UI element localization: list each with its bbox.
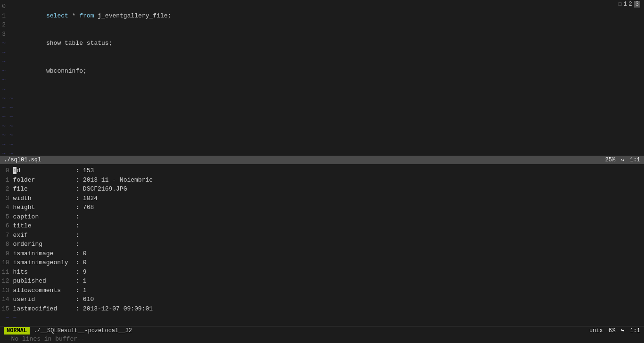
kw-show: show table status; [46,40,112,47]
res-tilde-1: ~ [13,313,644,323]
tilde-4: ~ [9,122,644,131]
rln-0: 0 [2,166,9,176]
line-num-0: 0 [2,2,6,11]
mode-path: ./ [33,327,40,334]
rln-13: 13 [2,286,9,295]
last-line-text: --No lines in buffer-- [4,335,85,343]
line-num-t7: ~ [2,94,6,103]
field-height: height : 768 [13,204,94,211]
result-row-10: ismainimageonly : 0 [13,258,644,268]
line-num-3: 3 [2,30,6,39]
field-caption: caption : [13,213,79,220]
rln-1: 1 [2,176,9,185]
mode-filename-text: __SQLResult__-pozeLocal__32 [41,327,132,334]
rln-5: 5 [2,212,9,222]
mode-percent: 6% [609,327,615,334]
rln-t2: ~ [2,323,9,326]
mode-position: 1:1 [630,327,640,334]
kw-select: select [46,12,68,19]
field-ismainimage: ismainimage : 0 [13,250,87,257]
top-status-bar: ./sql01.sql 25% ↪ 1:1 [0,156,644,164]
field-ordering: ordering : [13,241,79,248]
rln-10: 10 [2,258,9,268]
rln-4: 4 [2,203,9,212]
field-id: id : 153 [13,167,94,174]
line-num-t12: ~ [2,140,6,150]
mode-right: unix 6% ↪ 1:1 [589,327,640,334]
code-area: 0 1 2 3 ~ ~ ~ ~ ~ ~ ~ ~ ~ ~ ~ ~ ~ ~ ~ ~ [0,0,644,156]
rln-7: 7 [2,231,9,240]
cmd-wbconninfo: wbconninfo; [46,67,87,75]
rln-6: 6 [2,221,9,231]
line-num-t9: ~ [2,112,6,122]
result-row-1: folder : 2013 11 - Noiembrie [13,176,644,185]
top-status-filename: ./sql01.sql [4,157,41,163]
box-icon-1: □ [619,1,622,7]
result-row-9: ismainimage : 0 [13,249,644,259]
top-status-percent: 25% [605,157,616,163]
line-num-2: 2 [2,20,6,30]
top-corner-indicators: □ 1 2 3 [615,0,644,8]
results-content: id : 153 folder : 2013 11 - Noiembrie fi… [13,165,644,325]
tab-3[interactable]: 3 [634,1,640,8]
tilde-7: ~ [9,149,644,156]
line-num-1: 1 [2,11,6,21]
code-content[interactable]: select * from j_eventgallery_file; show … [9,1,644,155]
result-row-11: hits : 9 [13,268,644,277]
top-status-position: 1:1 [630,157,640,163]
line-num-t4: ~ [2,67,6,76]
field-exif: exif : [13,232,79,239]
field-folder: folder : 2013 11 - Noiembrie [13,176,153,184]
tab-2[interactable]: 2 [629,1,632,8]
field-width: width : 1024 [13,195,98,202]
code-line-3 [9,85,644,94]
line-num-t3: ~ [2,57,6,67]
result-row-6: title : [13,221,644,231]
mode-label: NORMAL [4,327,30,335]
code-line-2: wbconninfo; [9,57,644,85]
field-userid: userid : 610 [13,296,94,303]
field-hits: hits : 9 [13,268,87,276]
line-num-t6: ~ [2,85,6,94]
result-row-4: height : 768 [13,203,644,212]
result-row-3: width : 1024 [13,194,644,203]
rln-2: 2 [2,184,9,194]
field-lastmodified: lastmodified : 2013-12-07 09:09:01 [13,305,153,312]
mode-path-filename: ./__SQLResult__-pozeLocal__32 [30,327,132,334]
result-row-15: lastmodified : 2013-12-07 09:09:01 [13,304,644,314]
field-file: file : DSCF2169.JPG [13,185,127,192]
mode-left: NORMAL ./__SQLResult__-pozeLocal__32 [4,327,132,335]
result-row-13: allowcomments : 1 [13,286,644,295]
line-num-t1: ~ [2,39,6,48]
result-row-12: published : 1 [13,276,644,286]
tilde-3: ~ [9,112,644,122]
rln-12: 12 [2,276,9,286]
rln-9: 9 [2,249,9,259]
tilde-5: ~ [9,131,644,140]
code-line-0: select * from j_eventgallery_file; [9,2,644,30]
rln-14: 14 [2,295,9,304]
mode-platform: unix [589,327,603,334]
results-line-numbers: 0 1 2 3 4 5 6 7 8 9 10 11 12 13 14 15 ~ … [0,165,13,325]
status-right: 25% ↪ 1:1 [605,157,640,164]
rln-t1: ~ [2,313,9,323]
bottom-results-pane: 0 1 2 3 4 5 6 7 8 9 10 11 12 13 14 15 ~ … [0,164,644,326]
result-row-8: ordering : [13,240,644,249]
result-row-5: caption : [13,212,644,222]
tilde-1: ~ [9,94,644,103]
result-row-0: id : 153 [13,166,644,176]
tilde-6: ~ [9,140,644,150]
tilde-2: ~ [9,103,644,113]
field-published: published : 1 [13,277,87,284]
tab-1[interactable]: 1 [623,1,627,8]
rln-8: 8 [2,240,9,249]
field-allowcomments: allowcomments : 1 [13,287,87,294]
line-num-t5: ~ [2,75,6,85]
line-num-t8: ~ [2,103,6,113]
last-line: --No lines in buffer-- [0,335,644,343]
field-ismainimageonly: ismainimageonly : 0 [13,259,87,266]
rln-11: 11 [2,268,9,277]
line-num-t2: ~ [2,48,6,58]
mode-arrow: ↪ [621,327,624,334]
rln-15: 15 [2,304,9,314]
